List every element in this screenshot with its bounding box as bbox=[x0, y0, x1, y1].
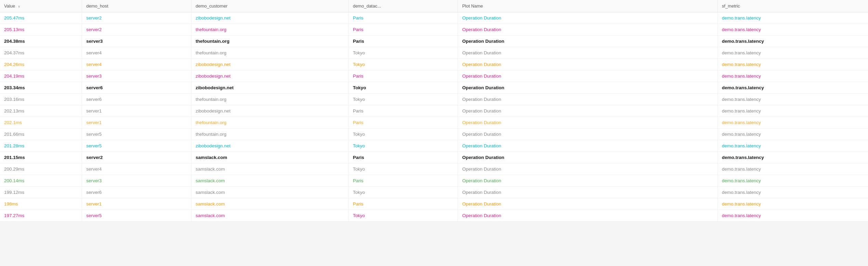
cell-value: 204.38ms bbox=[0, 36, 82, 47]
cell-sf_metric: demo.trans.latency bbox=[718, 47, 868, 59]
header-metric[interactable]: sf_metric bbox=[718, 0, 868, 12]
cell-host: server5 bbox=[82, 129, 192, 140]
cell-plot_name: Operation Duration bbox=[458, 129, 718, 140]
data-table: Value ∨ demo_host demo_customer demo_dat… bbox=[0, 0, 868, 222]
header-datacenter[interactable]: demo_datac... bbox=[348, 0, 458, 12]
cell-sf_metric: demo.trans.latency bbox=[718, 24, 868, 36]
table-row[interactable]: 202.1msserver1thefountain.orgParisOperat… bbox=[0, 117, 868, 129]
cell-customer: zibobodesign.net bbox=[192, 59, 349, 70]
cell-datacenter: Tokyo bbox=[348, 163, 458, 175]
table-row[interactable]: 204.19msserver3zibobodesign.netParisOper… bbox=[0, 70, 868, 82]
cell-sf_metric: demo.trans.latency bbox=[718, 59, 868, 70]
cell-customer: zibobodesign.net bbox=[192, 12, 349, 24]
cell-datacenter: Tokyo bbox=[348, 187, 458, 198]
cell-customer: thefountain.org bbox=[192, 129, 349, 140]
header-datacenter-label: demo_datac... bbox=[353, 3, 381, 9]
cell-host: server3 bbox=[82, 36, 192, 47]
table-row[interactable]: 201.28msserver5zibobodesign.netTokyoOper… bbox=[0, 140, 868, 152]
cell-value: 203.16ms bbox=[0, 94, 82, 105]
table-row[interactable]: 200.29msserver4samslack.comTokyoOperatio… bbox=[0, 163, 868, 175]
cell-host: server1 bbox=[82, 117, 192, 129]
cell-host: server6 bbox=[82, 94, 192, 105]
cell-plot_name: Operation Duration bbox=[458, 187, 718, 198]
cell-value: 204.19ms bbox=[0, 70, 82, 82]
cell-customer: thefountain.org bbox=[192, 36, 349, 47]
cell-value: 202.13ms bbox=[0, 105, 82, 117]
cell-plot_name: Operation Duration bbox=[458, 175, 718, 187]
cell-value: 202.1ms bbox=[0, 117, 82, 129]
cell-customer: zibobodesign.net bbox=[192, 105, 349, 117]
header-value[interactable]: Value ∨ bbox=[0, 0, 82, 12]
cell-value: 200.29ms bbox=[0, 163, 82, 175]
cell-host: server2 bbox=[82, 12, 192, 24]
cell-datacenter: Tokyo bbox=[348, 140, 458, 152]
cell-plot_name: Operation Duration bbox=[458, 82, 718, 94]
cell-sf_metric: demo.trans.latency bbox=[718, 198, 868, 210]
table-row[interactable]: 204.26msserver4zibobodesign.netTokyoOper… bbox=[0, 59, 868, 70]
table-header-row: Value ∨ demo_host demo_customer demo_dat… bbox=[0, 0, 868, 12]
cell-sf_metric: demo.trans.latency bbox=[718, 175, 868, 187]
header-customer[interactable]: demo_customer bbox=[192, 0, 349, 12]
cell-sf_metric: demo.trans.latency bbox=[718, 117, 868, 129]
table-row[interactable]: 205.47msserver2zibobodesign.netParisOper… bbox=[0, 12, 868, 24]
cell-datacenter: Paris bbox=[348, 24, 458, 36]
cell-host: server2 bbox=[82, 152, 192, 163]
cell-plot_name: Operation Duration bbox=[458, 47, 718, 59]
cell-customer: thefountain.org bbox=[192, 94, 349, 105]
table-row[interactable]: 198msserver1samslack.comParisOperation D… bbox=[0, 198, 868, 210]
cell-sf_metric: demo.trans.latency bbox=[718, 140, 868, 152]
cell-datacenter: Tokyo bbox=[348, 59, 458, 70]
cell-plot_name: Operation Duration bbox=[458, 94, 718, 105]
cell-customer: zibobodesign.net bbox=[192, 82, 349, 94]
cell-datacenter: Paris bbox=[348, 198, 458, 210]
cell-datacenter: Paris bbox=[348, 12, 458, 24]
table-row[interactable]: 197.27msserver5samslack.comTokyoOperatio… bbox=[0, 210, 868, 222]
table-row[interactable]: 203.16msserver6thefountain.orgTokyoOpera… bbox=[0, 94, 868, 105]
cell-customer: samslack.com bbox=[192, 210, 349, 222]
cell-value: 197.27ms bbox=[0, 210, 82, 222]
cell-sf_metric: demo.trans.latency bbox=[718, 12, 868, 24]
cell-datacenter: Tokyo bbox=[348, 94, 458, 105]
cell-datacenter: Paris bbox=[348, 117, 458, 129]
cell-customer: samslack.com bbox=[192, 152, 349, 163]
cell-plot_name: Operation Duration bbox=[458, 117, 718, 129]
cell-host: server1 bbox=[82, 198, 192, 210]
table-row[interactable]: 204.38msserver3thefountain.orgParisOpera… bbox=[0, 36, 868, 47]
table-row[interactable]: 204.37msserver4thefountain.orgTokyoOpera… bbox=[0, 47, 868, 59]
cell-host: server4 bbox=[82, 47, 192, 59]
table-row[interactable]: 202.13msserver1zibobodesign.netParisOper… bbox=[0, 105, 868, 117]
cell-host: server5 bbox=[82, 140, 192, 152]
header-plotname[interactable]: Plot Name bbox=[458, 0, 718, 12]
header-metric-label: sf_metric bbox=[722, 3, 740, 9]
cell-sf_metric: demo.trans.latency bbox=[718, 210, 868, 222]
cell-datacenter: Paris bbox=[348, 152, 458, 163]
cell-value: 205.47ms bbox=[0, 12, 82, 24]
cell-sf_metric: demo.trans.latency bbox=[718, 163, 868, 175]
table-row[interactable]: 201.15msserver2samslack.comParisOperatio… bbox=[0, 152, 868, 163]
cell-host: server5 bbox=[82, 210, 192, 222]
cell-sf_metric: demo.trans.latency bbox=[718, 70, 868, 82]
header-host[interactable]: demo_host bbox=[82, 0, 192, 12]
cell-customer: thefountain.org bbox=[192, 47, 349, 59]
cell-sf_metric: demo.trans.latency bbox=[718, 82, 868, 94]
cell-customer: samslack.com bbox=[192, 163, 349, 175]
cell-value: 198ms bbox=[0, 198, 82, 210]
cell-host: server6 bbox=[82, 187, 192, 198]
cell-host: server3 bbox=[82, 175, 192, 187]
cell-datacenter: Tokyo bbox=[348, 47, 458, 59]
cell-value: 204.26ms bbox=[0, 59, 82, 70]
table-row[interactable]: 205.13msserver2thefountain.orgParisOpera… bbox=[0, 24, 868, 36]
cell-value: 203.34ms bbox=[0, 82, 82, 94]
cell-value: 201.28ms bbox=[0, 140, 82, 152]
table-row[interactable]: 201.66msserver5thefountain.orgTokyoOpera… bbox=[0, 129, 868, 140]
table-row[interactable]: 199.12msserver6samslack.comTokyoOperatio… bbox=[0, 187, 868, 198]
cell-plot_name: Operation Duration bbox=[458, 140, 718, 152]
cell-customer: samslack.com bbox=[192, 187, 349, 198]
cell-plot_name: Operation Duration bbox=[458, 36, 718, 47]
table-row[interactable]: 200.14msserver3samslack.comParisOperatio… bbox=[0, 175, 868, 187]
cell-datacenter: Tokyo bbox=[348, 129, 458, 140]
cell-value: 201.66ms bbox=[0, 129, 82, 140]
cell-plot_name: Operation Duration bbox=[458, 198, 718, 210]
table-row[interactable]: 203.34msserver6zibobodesign.netTokyoOper… bbox=[0, 82, 868, 94]
cell-sf_metric: demo.trans.latency bbox=[718, 129, 868, 140]
